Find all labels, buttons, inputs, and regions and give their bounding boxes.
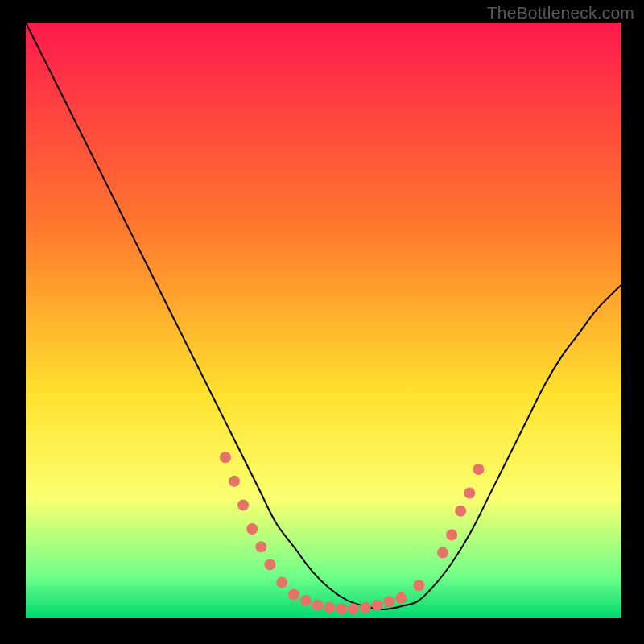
marker-dot bbox=[395, 592, 407, 604]
marker-dot bbox=[383, 596, 394, 607]
marker-dot bbox=[413, 580, 424, 591]
marker-dot bbox=[237, 499, 249, 510]
marker-dot bbox=[437, 547, 448, 559]
marker-dot bbox=[464, 488, 475, 499]
marker-dot bbox=[360, 602, 371, 613]
chart-svg bbox=[26, 23, 621, 618]
marker-dot bbox=[372, 600, 383, 611]
marker-dot bbox=[220, 452, 231, 463]
marker-dot bbox=[246, 523, 258, 535]
plot-area bbox=[26, 23, 621, 618]
marker-dot bbox=[348, 603, 359, 614]
marker-dot bbox=[446, 529, 457, 540]
chart-container: TheBottleneck.com bbox=[0, 0, 644, 644]
marker-dot bbox=[312, 600, 324, 611]
marker-dot bbox=[276, 577, 287, 588]
marker-dot bbox=[229, 476, 240, 487]
marker-dot bbox=[455, 506, 466, 517]
marker-dot bbox=[288, 588, 299, 600]
watermark-text: TheBottleneck.com bbox=[487, 3, 634, 23]
marker-dot bbox=[264, 559, 275, 570]
marker-dot bbox=[473, 464, 484, 475]
marker-dot bbox=[255, 541, 266, 552]
marker-dot bbox=[300, 595, 312, 606]
gradient-background bbox=[26, 23, 621, 618]
marker-dot bbox=[336, 603, 347, 614]
marker-dot bbox=[324, 602, 335, 613]
